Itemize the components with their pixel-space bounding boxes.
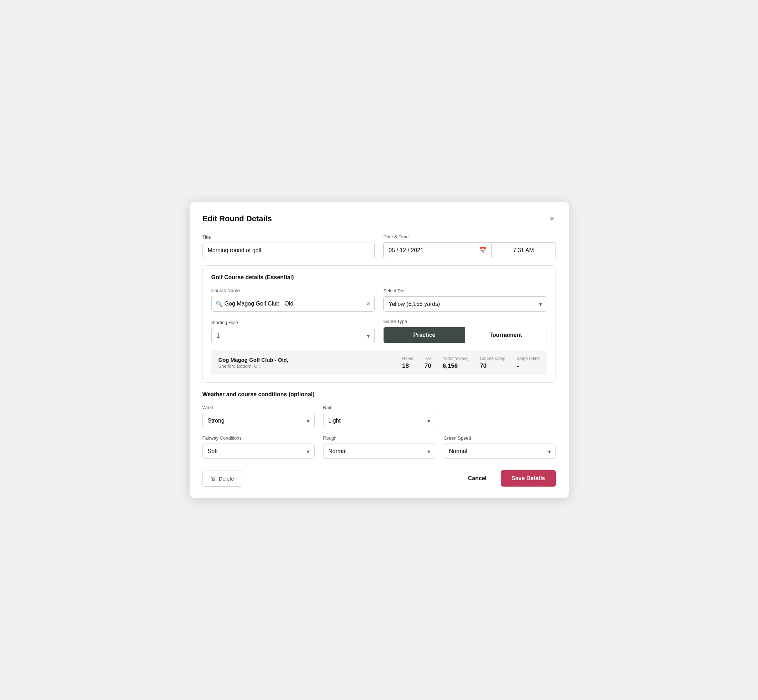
fairway-label: Fairway Conditions: [202, 435, 315, 441]
wind-label: Wind: [202, 405, 315, 410]
title-label: Title: [202, 234, 375, 240]
calendar-icon: 📅: [479, 247, 487, 254]
title-input[interactable]: [202, 242, 375, 258]
slope-rating-value: -: [517, 362, 519, 370]
starting-hole-group: Starting Hole 1 2 10 ▾: [211, 320, 375, 343]
delete-button[interactable]: 🗑 Delete: [202, 470, 242, 487]
green-speed-label: Green Speed: [444, 435, 556, 441]
datetime-group: Date & Time 05 / 12 / 2021 📅 7:31 AM: [383, 234, 556, 258]
game-type-group: Game Type Practice Tournament: [383, 319, 547, 343]
conditions-row: Fairway Conditions Dry Normal Soft Wet ▾…: [202, 435, 556, 459]
modal-title: Edit Round Details: [202, 214, 272, 223]
trash-icon: 🗑: [211, 475, 216, 481]
course-info-name: Gog Magog Golf Club - Old, Shelford Bott…: [219, 357, 391, 369]
yards-stat: Yards(Yellow) 6,156: [443, 356, 469, 370]
game-type-toggle: Practice Tournament: [383, 327, 547, 343]
rough-group: Rough Short Normal Long ▾: [323, 435, 435, 459]
wind-rain-row: Wind None Light Moderate Strong Very Str…: [202, 405, 556, 428]
date-input[interactable]: 05 / 12 / 2021 📅: [383, 242, 492, 258]
title-date-row: Title Date & Time 05 / 12 / 2021 📅 7:31 …: [202, 234, 556, 258]
starting-hole-label: Starting Hole: [211, 320, 375, 325]
tournament-button[interactable]: Tournament: [465, 327, 547, 343]
course-name-group: Course Name 🔍 ✕: [211, 288, 375, 312]
par-stat: Par 70: [424, 356, 431, 370]
course-info-name-text: Gog Magog Golf Club - Old,: [219, 357, 391, 363]
slope-rating-stat: Slope rating -: [517, 356, 539, 370]
green-speed-group: Green Speed Slow Normal Fast Very Fast ▾: [444, 435, 556, 459]
holes-label: Holes: [402, 356, 413, 361]
golf-course-card: Golf Course details (Essential) Course N…: [202, 266, 556, 383]
green-speed-dropdown[interactable]: Slow Normal Fast Very Fast: [444, 444, 556, 459]
rain-label: Rain: [323, 405, 435, 410]
weather-section: Weather and course conditions (optional)…: [202, 391, 556, 459]
slope-rating-label: Slope rating: [517, 356, 539, 361]
select-tee-wrapper: Yellow (6,156 yards) Red White Blue ▾: [383, 296, 547, 312]
time-input[interactable]: 7:31 AM: [492, 242, 556, 258]
course-name-label: Course Name: [211, 288, 375, 293]
rain-dropdown[interactable]: None Light Moderate Heavy: [323, 413, 435, 428]
practice-button[interactable]: Practice: [384, 327, 465, 343]
par-label: Par: [424, 356, 431, 361]
starting-hole-wrapper: 1 2 10 ▾: [211, 328, 375, 343]
weather-title: Weather and course conditions (optional): [202, 391, 556, 398]
save-button[interactable]: Save Details: [501, 470, 556, 487]
course-name-input[interactable]: [211, 296, 375, 312]
fairway-dropdown[interactable]: Dry Normal Soft Wet: [202, 444, 315, 459]
edit-round-modal: Edit Round Details × Title Date & Time 0…: [190, 202, 568, 498]
datetime-label: Date & Time: [383, 234, 556, 239]
par-value: 70: [424, 362, 431, 370]
delete-label: Delete: [219, 475, 234, 481]
yards-value: 6,156: [443, 362, 458, 370]
rain-wrapper: None Light Moderate Heavy ▾: [323, 413, 435, 428]
select-tee-group: Select Tee Yellow (6,156 yards) Red Whit…: [383, 288, 547, 312]
date-value: 05 / 12 / 2021: [388, 247, 423, 254]
course-rating-label: Course rating: [480, 356, 505, 361]
date-time-inputs: 05 / 12 / 2021 📅 7:31 AM: [383, 242, 556, 258]
yards-label: Yards(Yellow): [443, 356, 469, 361]
close-button[interactable]: ×: [548, 213, 556, 224]
wind-group: Wind None Light Moderate Strong Very Str…: [202, 405, 315, 428]
course-info-location: Shelford Bottom, UK: [219, 364, 391, 369]
wind-wrapper: None Light Moderate Strong Very Strong ▾: [202, 413, 315, 428]
search-icon: 🔍: [216, 300, 223, 307]
green-speed-wrapper: Slow Normal Fast Very Fast ▾: [444, 444, 556, 459]
cancel-button[interactable]: Cancel: [462, 470, 492, 486]
course-rating-stat: Course rating 70: [480, 356, 505, 370]
time-value: 7:31 AM: [513, 247, 534, 254]
footer-row: 🗑 Delete Cancel Save Details: [202, 467, 556, 487]
hole-gametype-row: Starting Hole 1 2 10 ▾ Game Type Practic…: [211, 319, 547, 343]
rain-group: Rain None Light Moderate Heavy ▾: [323, 405, 435, 428]
wind-dropdown[interactable]: None Light Moderate Strong Very Strong: [202, 413, 315, 428]
starting-hole-dropdown[interactable]: 1 2 10: [211, 328, 375, 343]
fairway-wrapper: Dry Normal Soft Wet ▾: [202, 444, 315, 459]
title-group: Title: [202, 234, 375, 258]
clear-icon[interactable]: ✕: [366, 300, 370, 307]
select-tee-label: Select Tee: [383, 288, 547, 294]
select-tee-dropdown[interactable]: Yellow (6,156 yards) Red White Blue: [383, 296, 547, 312]
fairway-group: Fairway Conditions Dry Normal Soft Wet ▾: [202, 435, 315, 459]
holes-stat: Holes 18: [402, 356, 413, 370]
course-search-wrap: 🔍 ✕: [211, 296, 375, 312]
golf-course-title: Golf Course details (Essential): [211, 274, 547, 281]
course-rating-value: 70: [480, 362, 487, 370]
rough-wrapper: Short Normal Long ▾: [323, 444, 435, 459]
rough-label: Rough: [323, 435, 435, 441]
modal-header: Edit Round Details ×: [202, 213, 556, 224]
game-type-label: Game Type: [383, 319, 547, 324]
course-tee-row: Course Name 🔍 ✕ Select Tee Yellow (6,156…: [211, 288, 547, 312]
course-info-row: Gog Magog Golf Club - Old, Shelford Bott…: [211, 350, 547, 375]
rough-dropdown[interactable]: Short Normal Long: [323, 444, 435, 459]
footer-right: Cancel Save Details: [462, 470, 556, 487]
holes-value: 18: [402, 362, 409, 370]
